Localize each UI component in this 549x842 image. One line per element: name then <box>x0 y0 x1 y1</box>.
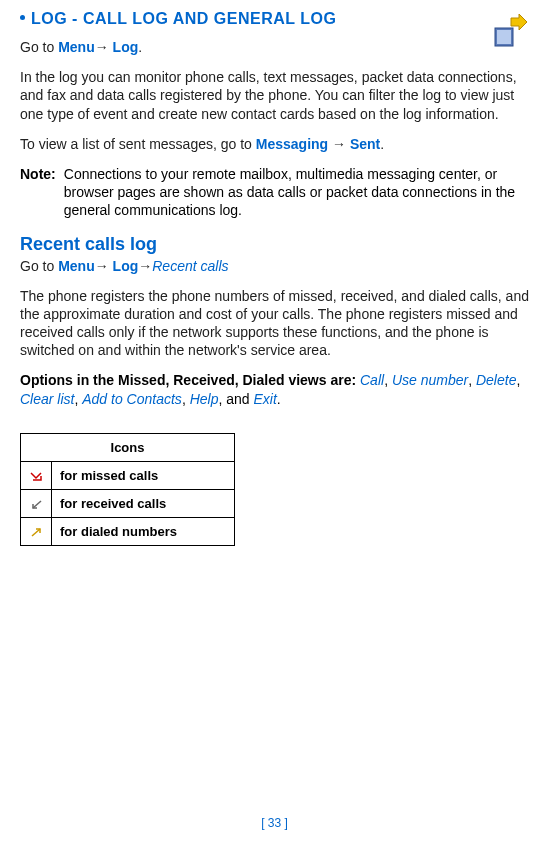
svg-rect-1 <box>497 30 511 44</box>
title-text: LOG - CALL LOG AND GENERAL LOG <box>31 10 336 27</box>
recent-description: The phone registers the phone numbers of… <box>20 287 529 360</box>
messaging-link: Messaging <box>256 136 328 152</box>
options-prefix: Options in the Missed, Received, Dialed … <box>20 372 356 388</box>
log-link: Log <box>113 258 139 274</box>
table-row: for missed calls <box>21 462 235 490</box>
options-line: Options in the Missed, Received, Dialed … <box>20 371 529 409</box>
recent-calls-link: Recent calls <box>152 258 228 274</box>
option-call: Call <box>360 372 384 388</box>
received-call-icon <box>21 490 52 518</box>
icons-header: Icons <box>21 434 235 462</box>
table-row: for dialed numbers <box>21 518 235 546</box>
table-row: for received calls <box>21 490 235 518</box>
options-and: , and <box>218 391 253 407</box>
missed-label: for missed calls <box>52 462 235 490</box>
goto-recent-line: Go to Menu→ Log→Recent calls <box>20 257 529 275</box>
icons-table: Icons for missed calls for received call… <box>20 433 235 546</box>
menu-link: Menu <box>58 258 95 274</box>
option-delete: Delete <box>476 372 516 388</box>
arrow-icon: → <box>138 258 152 274</box>
dialed-number-icon <box>21 518 52 546</box>
goto-prefix: Go to <box>20 258 58 274</box>
goto-prefix: Go to <box>20 39 58 55</box>
received-label: for received calls <box>52 490 235 518</box>
page-title: LOG - CALL LOG AND GENERAL LOG <box>20 10 529 28</box>
option-help: Help <box>190 391 219 407</box>
period: . <box>138 39 142 55</box>
log-description: In the log you can monitor phone calls, … <box>20 68 529 123</box>
missed-call-icon <box>21 462 52 490</box>
sent-prefix: To view a list of sent messages, go to <box>20 136 256 152</box>
option-use-number: Use number <box>392 372 468 388</box>
period: . <box>380 136 384 152</box>
option-exit: Exit <box>253 391 276 407</box>
log-link: Log <box>113 39 139 55</box>
goto-log-line: Go to Menu→ Log. <box>20 38 529 56</box>
period: . <box>277 391 281 407</box>
note-block: Note: Connections to your remote mailbox… <box>20 165 529 220</box>
option-add-contacts: Add to Contacts <box>82 391 182 407</box>
sent-link: Sent <box>350 136 380 152</box>
option-clear-list: Clear list <box>20 391 74 407</box>
bullet-icon <box>20 15 25 20</box>
note-label: Note: <box>20 165 56 220</box>
arrow-icon: → <box>95 258 109 274</box>
arrow-icon: → <box>328 136 350 152</box>
dialed-label: for dialed numbers <box>52 518 235 546</box>
arrow-icon: → <box>95 39 109 55</box>
recent-calls-heading: Recent calls log <box>20 234 529 255</box>
sent-messages-line: To view a list of sent messages, go to M… <box>20 135 529 153</box>
page-number: [ 33 ] <box>0 816 549 830</box>
log-header-icon <box>489 12 529 56</box>
note-text: Connections to your remote mailbox, mult… <box>64 165 529 220</box>
menu-link: Menu <box>58 39 95 55</box>
